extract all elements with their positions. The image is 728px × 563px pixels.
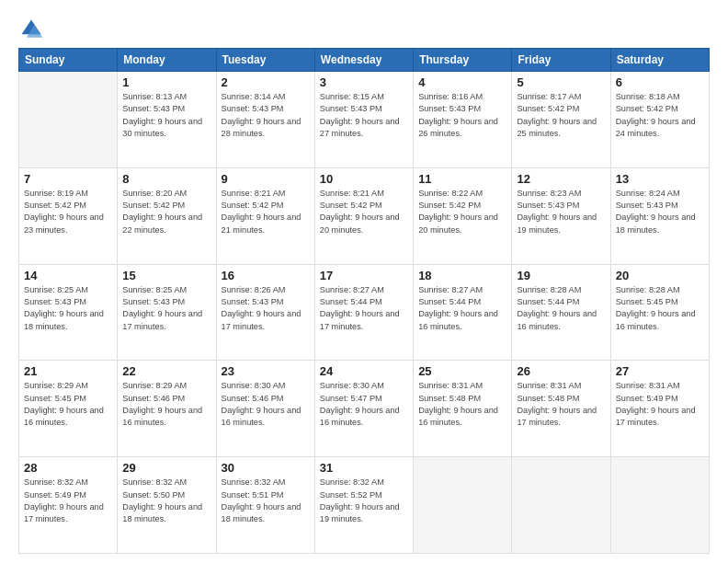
calendar-cell: 12 Sunrise: 8:23 AMSunset: 5:43 PMDaylig… xyxy=(512,167,610,264)
day-number: 10 xyxy=(320,172,408,186)
day-info: Sunrise: 8:32 AMSunset: 5:52 PMDaylight:… xyxy=(320,477,408,525)
calendar-cell: 9 Sunrise: 8:21 AMSunset: 5:42 PMDayligh… xyxy=(216,167,314,264)
day-number: 29 xyxy=(122,461,210,475)
calendar-cell: 19 Sunrise: 8:28 AMSunset: 5:44 PMDaylig… xyxy=(512,264,610,361)
day-number: 21 xyxy=(24,364,112,378)
week-row-4: 21 Sunrise: 8:29 AMSunset: 5:45 PMDaylig… xyxy=(19,361,710,457)
calendar-cell: 17 Sunrise: 8:27 AMSunset: 5:44 PMDaylig… xyxy=(314,264,413,361)
day-info: Sunrise: 8:21 AMSunset: 5:42 PMDaylight:… xyxy=(320,188,408,236)
day-info: Sunrise: 8:15 AMSunset: 5:43 PMDaylight:… xyxy=(320,91,408,140)
week-row-5: 28 Sunrise: 8:32 AMSunset: 5:49 PMDaylig… xyxy=(19,457,710,554)
day-info: Sunrise: 8:27 AMSunset: 5:44 PMDaylight:… xyxy=(418,284,506,333)
calendar-cell: 22 Sunrise: 8:29 AMSunset: 5:46 PMDaylig… xyxy=(118,361,216,457)
calendar-cell: 25 Sunrise: 8:31 AMSunset: 5:48 PMDaylig… xyxy=(414,361,512,457)
page: SundayMondayTuesdayWednesdayThursdayFrid… xyxy=(0,0,728,563)
calendar-cell xyxy=(19,72,118,168)
day-number: 23 xyxy=(222,364,310,378)
weekday-header-tuesday: Tuesday xyxy=(216,49,314,72)
day-number: 12 xyxy=(517,172,605,186)
day-number: 28 xyxy=(24,461,112,475)
day-info: Sunrise: 8:26 AMSunset: 5:43 PMDaylight:… xyxy=(222,284,310,333)
day-info: Sunrise: 8:29 AMSunset: 5:45 PMDaylight:… xyxy=(24,380,112,429)
calendar-cell: 7 Sunrise: 8:19 AMSunset: 5:42 PMDayligh… xyxy=(19,167,118,264)
calendar-cell: 14 Sunrise: 8:25 AMSunset: 5:43 PMDaylig… xyxy=(19,264,118,361)
day-info: Sunrise: 8:30 AMSunset: 5:47 PMDaylight:… xyxy=(320,380,408,429)
calendar-cell: 27 Sunrise: 8:31 AMSunset: 5:49 PMDaylig… xyxy=(610,361,709,457)
calendar-cell: 11 Sunrise: 8:22 AMSunset: 5:42 PMDaylig… xyxy=(414,167,512,264)
day-info: Sunrise: 8:32 AMSunset: 5:51 PMDaylight:… xyxy=(222,477,310,525)
day-number: 14 xyxy=(24,269,112,282)
day-info: Sunrise: 8:29 AMSunset: 5:46 PMDaylight:… xyxy=(122,380,210,429)
day-info: Sunrise: 8:25 AMSunset: 5:43 PMDaylight:… xyxy=(24,284,112,333)
weekday-header-thursday: Thursday xyxy=(414,49,512,72)
day-info: Sunrise: 8:28 AMSunset: 5:45 PMDaylight:… xyxy=(616,284,704,333)
day-number: 15 xyxy=(122,269,210,282)
week-row-2: 7 Sunrise: 8:19 AMSunset: 5:42 PMDayligh… xyxy=(19,167,710,264)
calendar-cell: 5 Sunrise: 8:17 AMSunset: 5:42 PMDayligh… xyxy=(512,72,610,168)
day-info: Sunrise: 8:23 AMSunset: 5:43 PMDaylight:… xyxy=(517,188,605,236)
calendar-cell: 4 Sunrise: 8:16 AMSunset: 5:43 PMDayligh… xyxy=(414,72,512,168)
day-info: Sunrise: 8:17 AMSunset: 5:42 PMDaylight:… xyxy=(517,91,605,140)
day-number: 4 xyxy=(418,75,506,89)
day-info: Sunrise: 8:18 AMSunset: 5:42 PMDaylight:… xyxy=(616,91,704,140)
day-info: Sunrise: 8:25 AMSunset: 5:43 PMDaylight:… xyxy=(122,284,210,333)
calendar-cell: 23 Sunrise: 8:30 AMSunset: 5:46 PMDaylig… xyxy=(216,361,314,457)
day-info: Sunrise: 8:32 AMSunset: 5:50 PMDaylight:… xyxy=(122,477,210,525)
day-info: Sunrise: 8:28 AMSunset: 5:44 PMDaylight:… xyxy=(517,284,605,333)
calendar-cell: 24 Sunrise: 8:30 AMSunset: 5:47 PMDaylig… xyxy=(314,361,413,457)
day-number: 24 xyxy=(320,364,408,378)
day-number: 11 xyxy=(418,172,506,186)
day-info: Sunrise: 8:21 AMSunset: 5:42 PMDaylight:… xyxy=(222,188,310,236)
weekday-header-sunday: Sunday xyxy=(19,49,118,72)
calendar-cell: 8 Sunrise: 8:20 AMSunset: 5:42 PMDayligh… xyxy=(118,167,216,264)
day-number: 22 xyxy=(122,364,210,378)
day-number: 27 xyxy=(616,364,704,378)
calendar-cell: 3 Sunrise: 8:15 AMSunset: 5:43 PMDayligh… xyxy=(314,72,413,168)
day-number: 31 xyxy=(320,461,408,475)
day-number: 17 xyxy=(320,269,408,282)
calendar-cell: 28 Sunrise: 8:32 AMSunset: 5:49 PMDaylig… xyxy=(19,457,118,554)
day-number: 3 xyxy=(320,75,408,89)
calendar-cell: 21 Sunrise: 8:29 AMSunset: 5:45 PMDaylig… xyxy=(19,361,118,457)
day-number: 9 xyxy=(222,172,310,186)
day-number: 1 xyxy=(122,75,210,89)
calendar-cell: 13 Sunrise: 8:24 AMSunset: 5:43 PMDaylig… xyxy=(610,167,709,264)
day-number: 8 xyxy=(122,172,210,186)
calendar-cell: 29 Sunrise: 8:32 AMSunset: 5:50 PMDaylig… xyxy=(118,457,216,554)
day-info: Sunrise: 8:30 AMSunset: 5:46 PMDaylight:… xyxy=(222,380,310,429)
logo xyxy=(18,17,48,42)
day-info: Sunrise: 8:31 AMSunset: 5:48 PMDaylight:… xyxy=(418,380,506,429)
day-number: 19 xyxy=(517,269,605,282)
day-info: Sunrise: 8:31 AMSunset: 5:49 PMDaylight:… xyxy=(616,380,704,429)
day-number: 6 xyxy=(616,75,704,89)
calendar-cell: 15 Sunrise: 8:25 AMSunset: 5:43 PMDaylig… xyxy=(118,264,216,361)
day-number: 16 xyxy=(222,269,310,282)
header xyxy=(18,17,710,42)
calendar-cell: 18 Sunrise: 8:27 AMSunset: 5:44 PMDaylig… xyxy=(414,264,512,361)
week-row-1: 1 Sunrise: 8:13 AMSunset: 5:43 PMDayligh… xyxy=(19,72,710,168)
calendar-cell xyxy=(512,457,610,554)
day-info: Sunrise: 8:24 AMSunset: 5:43 PMDaylight:… xyxy=(616,188,704,236)
calendar-table: SundayMondayTuesdayWednesdayThursdayFrid… xyxy=(18,48,710,554)
day-number: 13 xyxy=(616,172,704,186)
calendar-cell: 2 Sunrise: 8:14 AMSunset: 5:43 PMDayligh… xyxy=(216,72,314,168)
weekday-header-monday: Monday xyxy=(118,49,216,72)
weekday-header-friday: Friday xyxy=(512,49,610,72)
calendar-cell: 20 Sunrise: 8:28 AMSunset: 5:45 PMDaylig… xyxy=(610,264,709,361)
day-info: Sunrise: 8:22 AMSunset: 5:42 PMDaylight:… xyxy=(418,188,506,236)
calendar-cell: 6 Sunrise: 8:18 AMSunset: 5:42 PMDayligh… xyxy=(610,72,709,168)
day-number: 7 xyxy=(24,172,112,186)
day-number: 5 xyxy=(517,75,605,89)
day-info: Sunrise: 8:14 AMSunset: 5:43 PMDaylight:… xyxy=(222,91,310,140)
calendar-cell: 16 Sunrise: 8:26 AMSunset: 5:43 PMDaylig… xyxy=(216,264,314,361)
day-number: 30 xyxy=(222,461,310,475)
calendar-cell: 31 Sunrise: 8:32 AMSunset: 5:52 PMDaylig… xyxy=(314,457,413,554)
calendar-cell xyxy=(414,457,512,554)
day-number: 18 xyxy=(418,269,506,282)
calendar-cell xyxy=(610,457,709,554)
calendar-cell: 30 Sunrise: 8:32 AMSunset: 5:51 PMDaylig… xyxy=(216,457,314,554)
day-number: 25 xyxy=(418,364,506,378)
day-info: Sunrise: 8:13 AMSunset: 5:43 PMDaylight:… xyxy=(122,91,210,140)
day-number: 26 xyxy=(517,364,605,378)
calendar-cell: 26 Sunrise: 8:31 AMSunset: 5:48 PMDaylig… xyxy=(512,361,610,457)
